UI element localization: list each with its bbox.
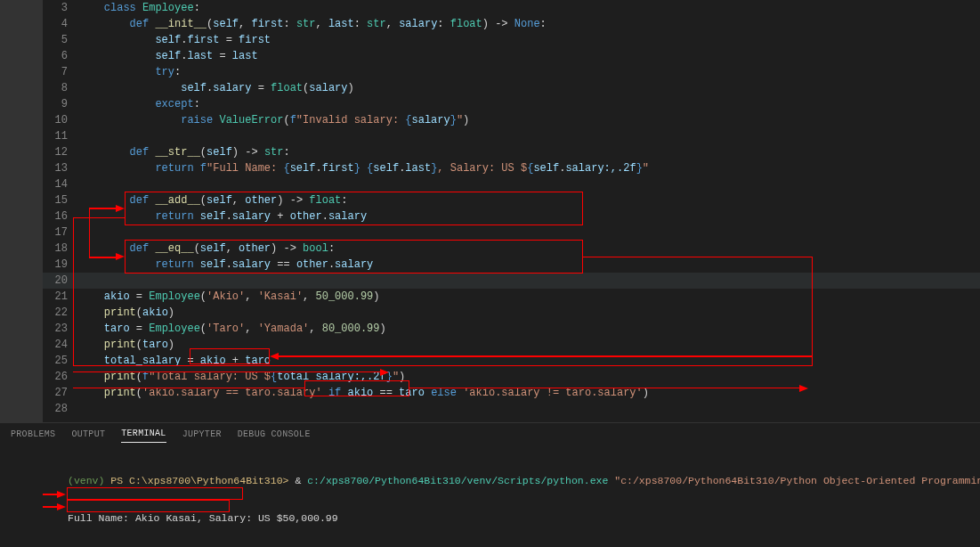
terminal-body[interactable]: (venv) PS C:\xps8700\Python64Bit310> & c…: [0, 448, 980, 547]
line-number: 27: [43, 385, 78, 401]
code-line: [78, 401, 980, 417]
line-number: 17: [43, 225, 78, 241]
line-number: 16: [43, 208, 78, 225]
line-number: 8: [43, 80, 78, 96]
tab-output[interactable]: OUTPUT: [71, 429, 105, 443]
line-number: 13: [43, 160, 78, 176]
line-number: 22: [43, 305, 78, 321]
code-line: [78, 128, 980, 144]
line-number: 25: [43, 353, 78, 369]
code-line: class Employee:: [78, 0, 980, 16]
code-line: def __str__(self) -> str:: [78, 144, 980, 160]
code-line: total_salary = akio + taro: [78, 353, 980, 369]
line-number: 5: [43, 32, 78, 48]
line-number: 7: [43, 64, 78, 80]
code-line: [78, 273, 980, 289]
line-number: 23: [43, 321, 78, 337]
code-line: [78, 176, 980, 192]
editor-pane: 3 4 5 6 7 8 9 10 11 12 13 14 15 16 17 18…: [0, 0, 980, 422]
line-number: 9: [43, 96, 78, 112]
line-number: 20: [43, 273, 78, 289]
line-number: 18: [43, 241, 78, 257]
code-line: self.salary = float(salary): [78, 80, 980, 96]
line-number: 12: [43, 144, 78, 160]
code-line: def __eq__(self, other) -> bool:: [78, 241, 980, 257]
tab-jupyter[interactable]: JUPYTER: [182, 429, 222, 443]
code-line: return f"Full Name: {self.first} {self.l…: [78, 160, 980, 176]
line-number-gutter: 3 4 5 6 7 8 9 10 11 12 13 14 15 16 17 18…: [43, 0, 78, 422]
line-number: 14: [43, 176, 78, 192]
line-number: 11: [43, 128, 78, 144]
line-number: 10: [43, 112, 78, 128]
terminal-pane: PROBLEMS OUTPUT TERMINAL JUPYTER DEBUG C…: [0, 422, 980, 547]
tab-problems[interactable]: PROBLEMS: [11, 429, 55, 443]
code-line: taro = Employee('Taro', 'Yamada', 80_000…: [78, 321, 980, 337]
line-number: 4: [43, 16, 78, 32]
activity-bar[interactable]: [0, 0, 43, 422]
line-number: 26: [43, 369, 78, 385]
code-line: self.first = first: [78, 32, 980, 48]
code-line: print('akio.salary == taro.salary' if ak…: [78, 385, 980, 401]
code-line: def __init__(self, first: str, last: str…: [78, 16, 980, 32]
code-line: try:: [78, 64, 980, 80]
code-line: print(taro): [78, 337, 980, 353]
line-number: 24: [43, 337, 78, 353]
line-number: 3: [43, 0, 78, 16]
code-editor[interactable]: class Employee: def __init__(self, first…: [78, 0, 980, 422]
code-line: except:: [78, 96, 980, 112]
line-number: 19: [43, 257, 78, 273]
line-number: 15: [43, 192, 78, 208]
code-line: def __add__(self, other) -> float:: [78, 192, 980, 208]
tab-terminal[interactable]: TERMINAL: [121, 429, 166, 443]
code-line: self.last = last: [78, 48, 980, 64]
terminal-tabs: PROBLEMS OUTPUT TERMINAL JUPYTER DEBUG C…: [0, 423, 980, 448]
line-number: 21: [43, 289, 78, 305]
line-number: 28: [43, 401, 78, 417]
terminal-line: Full Name: Akio Kasai, Salary: US $50,00…: [68, 512, 980, 525]
code-line: return self.salary == other.salary: [78, 257, 980, 273]
code-line: return self.salary + other.salary: [78, 208, 980, 225]
code-line: [78, 225, 980, 241]
line-number: 6: [43, 48, 78, 64]
terminal-line: (venv) PS C:\xps8700\Python64Bit310> & c…: [68, 475, 980, 487]
tab-debug-console[interactable]: DEBUG CONSOLE: [238, 429, 311, 443]
code-line: print(f"Total salary: US ${total_salary:…: [78, 369, 980, 385]
code-line: raise ValueError(f"Invalid salary: {sala…: [78, 112, 980, 128]
code-line: akio = Employee('Akio', 'Kasai', 50_000.…: [78, 289, 980, 305]
code-line: print(akio): [78, 305, 980, 321]
